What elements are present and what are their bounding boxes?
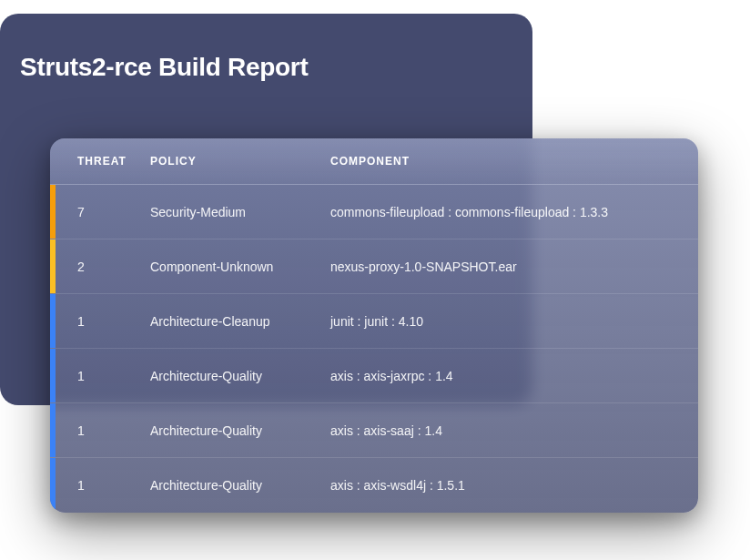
threat-value: 1 <box>50 369 150 383</box>
table-header-row: THREAT POLICY COMPONENT <box>50 138 698 185</box>
severity-indicator <box>50 239 56 293</box>
table-row[interactable]: 1 Architecture-Quality axis : axis-wsdl4… <box>50 458 698 513</box>
component-value: axis : axis-wsdl4j : 1.5.1 <box>330 478 698 493</box>
column-header-policy: POLICY <box>150 155 330 168</box>
component-value: axis : axis-jaxrpc : 1.4 <box>330 369 698 383</box>
table-row[interactable]: 7 Security-Medium commons-fileupload : c… <box>50 185 698 239</box>
policy-value: Component-Unknown <box>150 260 330 274</box>
policy-value: Architecture-Quality <box>150 478 330 493</box>
report-table: THREAT POLICY COMPONENT 7 Security-Mediu… <box>50 138 698 513</box>
severity-indicator <box>50 458 56 513</box>
threat-value: 1 <box>50 314 150 329</box>
column-header-threat: THREAT <box>50 155 150 168</box>
page-title: Struts2-rce Build Report <box>20 53 308 82</box>
threat-value: 2 <box>50 260 150 274</box>
table-row[interactable]: 1 Architecture-Quality axis : axis-jaxrp… <box>50 349 698 403</box>
threat-value: 7 <box>50 205 150 219</box>
component-value: junit : junit : 4.10 <box>330 314 698 329</box>
policy-value: Architecture-Quality <box>150 423 330 438</box>
table-row[interactable]: 1 Architecture-Cleanup junit : junit : 4… <box>50 294 698 349</box>
column-header-component: COMPONENT <box>330 155 698 168</box>
table-row[interactable]: 2 Component-Unknown nexus-proxy-1.0-SNAP… <box>50 239 698 294</box>
component-value: nexus-proxy-1.0-SNAPSHOT.ear <box>330 260 698 274</box>
severity-indicator <box>50 403 56 457</box>
threat-value: 1 <box>50 423 150 438</box>
threat-value: 1 <box>50 478 150 493</box>
severity-indicator <box>50 185 56 239</box>
severity-indicator <box>50 294 56 348</box>
policy-value: Architecture-Cleanup <box>150 314 330 329</box>
component-value: axis : axis-saaj : 1.4 <box>330 423 698 438</box>
policy-value: Security-Medium <box>150 205 330 219</box>
component-value: commons-fileupload : commons-fileupload … <box>330 205 698 219</box>
severity-indicator <box>50 349 56 402</box>
table-row[interactable]: 1 Architecture-Quality axis : axis-saaj … <box>50 403 698 458</box>
policy-value: Architecture-Quality <box>150 369 330 383</box>
